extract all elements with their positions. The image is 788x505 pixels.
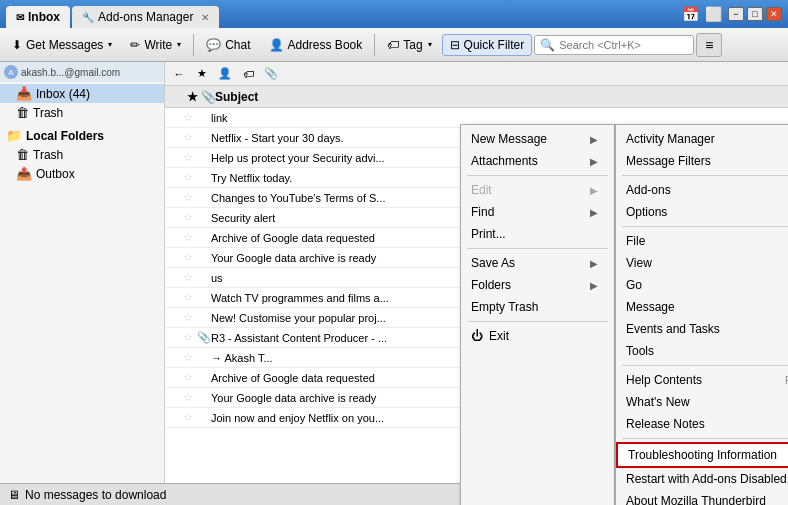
menu-activity-manager[interactable]: Activity Manager <box>616 128 788 150</box>
menu-edit-label: Edit <box>471 183 492 197</box>
menu-file-label: File <box>626 234 645 248</box>
sidebar-item-local-folders[interactable]: 📁 Local Folders <box>0 126 164 145</box>
menu-save-as[interactable]: Save As ▶ <box>461 252 614 274</box>
menu-go-label: Go <box>626 278 642 292</box>
menu-exit[interactable]: ⏻ Exit <box>461 325 614 347</box>
message-list-header: ★ 📎 Subject <box>165 86 788 108</box>
menu-empty-trash[interactable]: Empty Trash <box>461 296 614 318</box>
sidebar-item-inbox-label: Inbox (44) <box>36 87 90 101</box>
menu-file[interactable]: File ▶ <box>616 230 788 252</box>
menus-overlay: New Message ▶ Attachments ▶ Edit ▶ Find … <box>460 124 788 505</box>
row-star[interactable]: ☆ <box>183 371 197 384</box>
message-mini-toolbar: ← ★ 👤 🏷 📎 <box>165 62 788 86</box>
row-star[interactable]: ☆ <box>183 291 197 304</box>
menu-whats-new-label: What's New <box>626 395 690 409</box>
menu-tools-label: Tools <box>626 344 654 358</box>
msg-tb-attach-btn[interactable]: 📎 <box>261 65 281 83</box>
menu-view[interactable]: View ▶ <box>616 252 788 274</box>
tab-inbox[interactable]: ✉ Inbox <box>6 6 70 28</box>
tag-button[interactable]: 🏷 Tag ▾ <box>379 34 439 56</box>
row-star[interactable]: ☆ <box>183 331 197 344</box>
right-sep3 <box>622 365 788 366</box>
menu-go[interactable]: Go ▶ <box>616 274 788 296</box>
app-menu-button[interactable]: ≡ <box>696 33 722 57</box>
menu-restart-addons[interactable]: Restart with Add-ons Disabled... <box>616 468 788 490</box>
menu-message-filters[interactable]: Message Filters ▶ <box>616 150 788 172</box>
right-sep1 <box>622 175 788 176</box>
row-star[interactable]: ☆ <box>183 211 197 224</box>
hamburger-icon: ≡ <box>705 37 713 53</box>
chat-icon: 💬 <box>206 38 221 52</box>
chat-button[interactable]: 💬 Chat <box>198 34 258 56</box>
address-book-icon: 👤 <box>269 38 284 52</box>
search-input[interactable] <box>559 39 688 51</box>
write-icon: ✏ <box>130 38 140 52</box>
menu-troubleshooting[interactable]: Troubleshooting Information <box>616 442 788 468</box>
write-label: Write <box>144 38 172 52</box>
row-star[interactable]: ☆ <box>183 391 197 404</box>
menu-help-contents[interactable]: Help Contents F1 <box>616 369 788 391</box>
menu-options[interactable]: Options ▶ <box>616 201 788 223</box>
row-star[interactable]: ☆ <box>183 351 197 364</box>
menu-about[interactable]: About Mozilla Thunderbird <box>616 490 788 505</box>
menu-add-ons-label: Add-ons <box>626 183 671 197</box>
menu-folders[interactable]: Folders ▶ <box>461 274 614 296</box>
row-star[interactable]: ☆ <box>183 171 197 184</box>
get-messages-arrow: ▾ <box>108 40 112 49</box>
account-header[interactable]: A akash.b...@gmail.com <box>0 62 164 82</box>
msg-tb-star-btn[interactable]: ★ <box>192 65 212 83</box>
save-as-arrow: ▶ <box>590 258 598 269</box>
header-subject[interactable]: Subject <box>211 90 784 104</box>
account-avatar: A <box>4 65 18 79</box>
menu-folders-label: Folders <box>471 278 511 292</box>
row-star[interactable]: ☆ <box>183 111 197 124</box>
menu-release-notes[interactable]: Release Notes <box>616 413 788 435</box>
close-button[interactable]: ✕ <box>766 7 782 21</box>
menu-view-label: View <box>626 256 652 270</box>
trash-gmail-icon: 🗑 <box>16 105 29 120</box>
menu-find[interactable]: Find ▶ <box>461 201 614 223</box>
sidebar-item-inbox[interactable]: 📥 Inbox (44) <box>0 84 164 103</box>
minimize-button[interactable]: − <box>728 7 744 21</box>
quick-filter-button[interactable]: ⊟ Quick Filter <box>442 34 533 56</box>
row-star[interactable]: ☆ <box>183 311 197 324</box>
menu-attachments[interactable]: Attachments ▶ <box>461 150 614 172</box>
get-messages-button[interactable]: ⬇ Get Messages ▾ <box>4 34 120 56</box>
maximize-button[interactable]: □ <box>747 7 763 21</box>
header-attach: 📎 <box>197 90 211 104</box>
sidebar-item-trash-gmail-label: Trash <box>33 106 63 120</box>
menu-events-tasks[interactable]: Events and Tasks ▶ <box>616 318 788 340</box>
row-star[interactable]: ☆ <box>183 271 197 284</box>
sidebar-item-outbox[interactable]: 📤 Outbox <box>0 164 164 183</box>
menu-find-label: Find <box>471 205 494 219</box>
menu-add-ons[interactable]: Add-ons ▶ <box>616 179 788 201</box>
row-star[interactable]: ☆ <box>183 411 197 424</box>
sidebar-item-trash-local[interactable]: 🗑 Trash <box>0 145 164 164</box>
menu-message-label: Message <box>626 300 675 314</box>
menu-print[interactable]: Print... <box>461 223 614 245</box>
tag-label: Tag <box>403 38 422 52</box>
menu-tools[interactable]: Tools ▶ <box>616 340 788 362</box>
menu-new-message[interactable]: New Message ▶ <box>461 128 614 150</box>
row-star[interactable]: ☆ <box>183 231 197 244</box>
menu-whats-new[interactable]: What's New <box>616 391 788 413</box>
sidebar-item-trash-gmail[interactable]: 🗑 Trash <box>0 103 164 122</box>
search-box[interactable]: 🔍 <box>534 35 694 55</box>
menu-message[interactable]: Message ▶ <box>616 296 788 318</box>
row-star[interactable]: ☆ <box>183 191 197 204</box>
write-button[interactable]: ✏ Write ▾ <box>122 34 189 56</box>
tab-addons-close[interactable]: ✕ <box>201 12 209 23</box>
row-star[interactable]: ☆ <box>183 151 197 164</box>
msg-tb-back-btn[interactable]: ← <box>169 65 189 83</box>
msg-tb-tag-btn[interactable]: 🏷 <box>238 65 258 83</box>
menu-save-as-label: Save As <box>471 256 515 270</box>
msg-tb-contact-btn[interactable]: 👤 <box>215 65 235 83</box>
menu-attachments-label: Attachments <box>471 154 538 168</box>
row-star[interactable]: ☆ <box>183 251 197 264</box>
menu-about-label: About Mozilla Thunderbird <box>626 494 766 505</box>
header-star: ★ <box>183 90 197 104</box>
tab-addons[interactable]: 🔧 Add-ons Manager ✕ <box>72 6 219 28</box>
row-star[interactable]: ☆ <box>183 131 197 144</box>
chat-label: Chat <box>225 38 250 52</box>
address-book-button[interactable]: 👤 Address Book <box>261 34 371 56</box>
